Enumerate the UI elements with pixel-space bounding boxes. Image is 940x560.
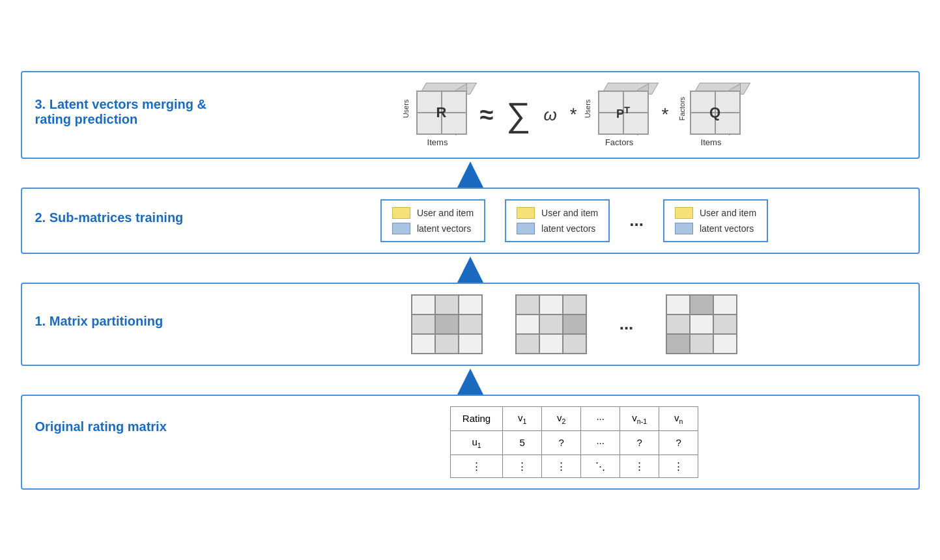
r-users-label: Users bbox=[402, 99, 410, 118]
gc-2-8 bbox=[539, 334, 563, 354]
gc-3-6 bbox=[713, 315, 737, 334]
up-arrow-3-2 bbox=[456, 159, 485, 188]
cell-u1: u1 bbox=[450, 430, 502, 455]
subtraining-ellipsis: ... bbox=[629, 210, 644, 231]
gc-1-2 bbox=[435, 295, 459, 315]
gc-3-2 bbox=[690, 295, 713, 315]
gc-2-3 bbox=[563, 295, 586, 315]
gc-1-8 bbox=[435, 334, 459, 354]
blue-color-3 bbox=[675, 223, 693, 234]
header-rating: Rating bbox=[450, 406, 502, 430]
formula-area: R Users Items ≈ ∑ ω * bbox=[244, 83, 905, 147]
original-content: Rating v1 v2 ··· vn-1 vn u1 5 ? bbox=[244, 406, 905, 478]
header-v2: v2 bbox=[542, 406, 581, 430]
gc-2-4 bbox=[516, 315, 539, 334]
cell-dots-3: ⋱ bbox=[581, 455, 620, 477]
header-dots: ··· bbox=[581, 406, 620, 430]
svg-marker-1 bbox=[457, 257, 483, 283]
gc-1-7 bbox=[412, 334, 435, 354]
legend-item-yellow-1: User and item bbox=[392, 207, 474, 219]
star1-symbol: * bbox=[570, 104, 577, 125]
legend-item-blue-3: latent vectors bbox=[675, 223, 756, 234]
yellow-color-3 bbox=[675, 207, 693, 219]
legend-box-2: User and item latent vectors bbox=[505, 199, 610, 242]
r-items-label: Items bbox=[427, 137, 448, 147]
gc-2-6 bbox=[563, 315, 586, 334]
pt-cube-front: PT bbox=[598, 91, 649, 135]
grid-matrix-2 bbox=[515, 294, 587, 354]
section3-title: 3. Latent vectors merging &rating predic… bbox=[35, 97, 244, 127]
gc-2-9 bbox=[563, 334, 586, 354]
table-header-row: Rating v1 v2 ··· vn-1 vn bbox=[450, 406, 698, 430]
r-cube: R Users bbox=[408, 83, 467, 135]
gc-1-1 bbox=[412, 295, 435, 315]
sum-symbol: ∑ bbox=[506, 95, 530, 134]
gc-3-7 bbox=[666, 334, 690, 354]
svg-marker-0 bbox=[457, 161, 483, 188]
yellow-color-2 bbox=[517, 207, 535, 219]
section-original: Original rating matrix Rating v1 v2 ··· … bbox=[21, 395, 920, 490]
arrow-3-to-2 bbox=[21, 159, 920, 188]
grid-matrix-1 bbox=[411, 294, 483, 354]
header-vn: vn bbox=[659, 406, 698, 430]
partitioning-content: ... bbox=[244, 294, 905, 354]
gc-1-3 bbox=[459, 295, 482, 315]
gc-3-3 bbox=[713, 295, 737, 315]
gc-1-9 bbox=[459, 334, 482, 354]
gc-3-9 bbox=[713, 334, 737, 354]
cell-u1-vn: ? bbox=[659, 430, 698, 455]
pt-users-label: Users bbox=[584, 99, 591, 118]
legend-item-blue-1: latent vectors bbox=[392, 223, 474, 234]
section-submatrices: 2. Sub-matrices training User and item l… bbox=[21, 188, 920, 254]
gc-3-4 bbox=[666, 315, 690, 334]
yellow-label-3: User and item bbox=[700, 208, 756, 218]
yellow-label-1: User and item bbox=[417, 208, 474, 218]
r-cube-wrapper: R Users Items bbox=[408, 83, 467, 147]
cell-dots-0: ⋮ bbox=[450, 455, 502, 477]
cell-dots-2: ⋮ bbox=[542, 455, 581, 477]
partitioning-ellipsis: ... bbox=[620, 314, 634, 334]
section2-title: 2. Sub-matrices training bbox=[35, 210, 244, 225]
section-partitioning: 1. Matrix partitioning bbox=[21, 283, 920, 366]
gc-1-5 bbox=[435, 315, 459, 334]
gc-2-7 bbox=[516, 334, 539, 354]
pt-cube: PT Users bbox=[590, 83, 649, 135]
r-cube-front: R bbox=[416, 91, 467, 135]
legend-box-3: User and item latent vectors bbox=[663, 199, 768, 242]
q-factors-label: Factors bbox=[678, 96, 686, 120]
up-arrow-2-1 bbox=[456, 254, 485, 283]
pt-factors-label: Factors bbox=[605, 137, 633, 147]
blue-label-3: latent vectors bbox=[700, 223, 754, 234]
q-items-label: Items bbox=[701, 137, 722, 147]
cell-dots-5: ⋮ bbox=[659, 455, 698, 477]
svg-marker-2 bbox=[457, 369, 483, 395]
arrow-2-to-1 bbox=[21, 254, 920, 283]
gc-2-5 bbox=[539, 315, 563, 334]
cell-u1-vn1: ? bbox=[620, 430, 659, 455]
gc-1-4 bbox=[412, 315, 435, 334]
header-vn1: vn-1 bbox=[620, 406, 659, 430]
section0-title: Original rating matrix bbox=[35, 419, 244, 434]
cell-u1-dots: ··· bbox=[581, 430, 620, 455]
yellow-color-1 bbox=[392, 207, 410, 219]
cell-u1-v1: 5 bbox=[503, 430, 542, 455]
grid-matrix-3 bbox=[666, 294, 737, 354]
table-row-dots: ⋮ ⋮ ⋮ ⋱ ⋮ ⋮ bbox=[450, 455, 698, 477]
table-row-u1: u1 5 ? ··· ? ? bbox=[450, 430, 698, 455]
q-cube-wrapper: Q Factors Items bbox=[682, 83, 741, 147]
gc-2-2 bbox=[539, 295, 563, 315]
omega-symbol: ω bbox=[543, 105, 556, 125]
main-diagram: 3. Latent vectors merging &rating predic… bbox=[21, 71, 920, 490]
yellow-label-2: User and item bbox=[541, 208, 598, 218]
gc-3-8 bbox=[690, 334, 713, 354]
section-latent-merging: 3. Latent vectors merging &rating predic… bbox=[21, 71, 920, 159]
q-label: Q bbox=[709, 104, 720, 121]
gc-3-5 bbox=[690, 315, 713, 334]
star2-symbol: * bbox=[662, 104, 669, 125]
submatrices-content: User and item latent vectors User and it… bbox=[244, 199, 905, 242]
r-label: R bbox=[436, 104, 447, 121]
legend-item-blue-2: latent vectors bbox=[517, 223, 598, 234]
up-arrow-1-0 bbox=[456, 366, 485, 395]
pt-label: PT bbox=[616, 104, 630, 121]
legend-item-yellow-2: User and item bbox=[517, 207, 598, 219]
